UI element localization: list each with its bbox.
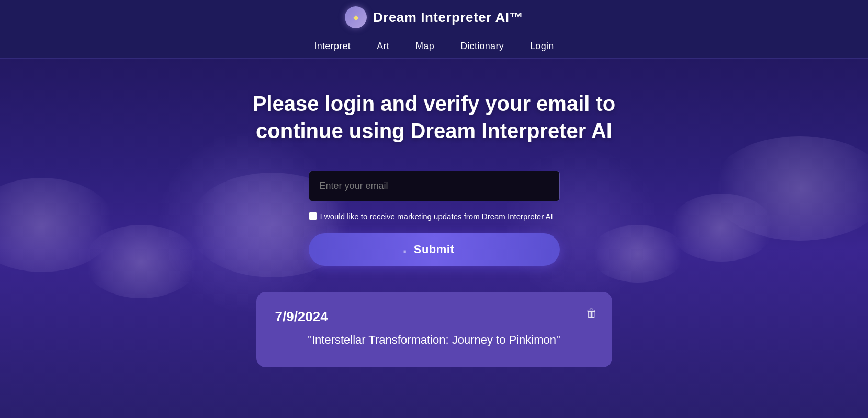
site-header: Dream Interpreter AI™ Interpret Art Map … [0,0,868,59]
marketing-checkbox[interactable] [309,212,317,220]
marketing-checkbox-row: I would like to receive marketing update… [309,211,560,222]
brand-title: Dream Interpreter AI™ [373,9,523,26]
dream-card: 7/9/2024 "Interstellar Transformation: J… [256,292,612,367]
main-content: Please login and verify your email to co… [0,59,868,367]
main-nav: Interpret Art Map Dictionary Login [314,36,554,58]
email-input[interactable] [309,171,560,201]
submit-button[interactable]: Submit [309,233,560,266]
nav-map[interactable]: Map [415,41,434,52]
nav-interpret[interactable]: Interpret [314,41,351,52]
main-heading: Please login and verify your email to co… [251,90,617,144]
card-title: "Interstellar Transformation: Journey to… [275,332,593,348]
nav-login[interactable]: Login [530,41,554,52]
nav-dictionary[interactable]: Dictionary [460,41,504,52]
brand-logo [345,6,367,28]
brand: Dream Interpreter AI™ [345,6,523,28]
nav-art[interactable]: Art [377,41,389,52]
delete-icon[interactable]: 🗑 [586,307,598,320]
checkbox-label: I would like to receive marketing update… [320,211,553,222]
card-date: 7/9/2024 [275,309,593,325]
